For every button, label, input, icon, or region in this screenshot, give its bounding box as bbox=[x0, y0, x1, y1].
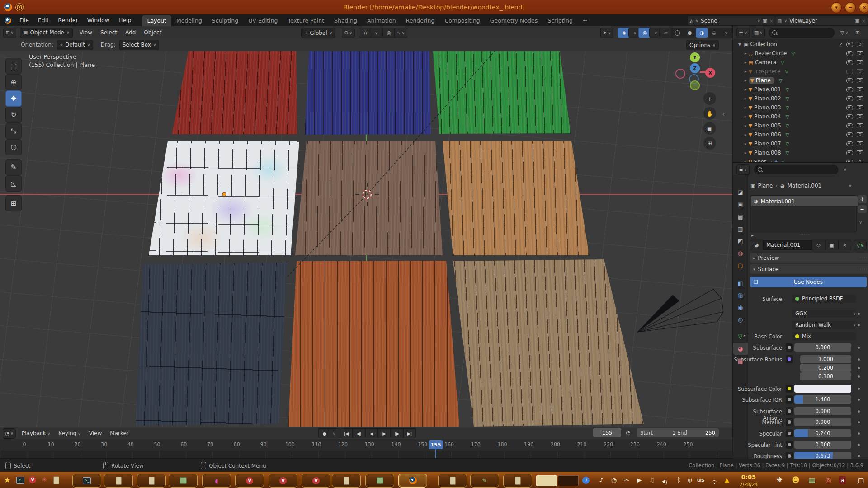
unlink-material-button[interactable]: × bbox=[838, 240, 851, 250]
taskbar-app-terminal[interactable]: >_ bbox=[72, 474, 101, 488]
eye-icon[interactable] bbox=[846, 132, 853, 137]
keyboard-layout-indicator[interactable]: us bbox=[695, 476, 706, 483]
eye-icon[interactable] bbox=[846, 150, 853, 155]
shading-solid-button[interactable]: ● bbox=[684, 28, 696, 38]
window-minimize-button[interactable]: − bbox=[845, 2, 856, 13]
fake-user-shield-button[interactable]: ◇ bbox=[812, 240, 825, 250]
animate-dot[interactable] bbox=[858, 324, 860, 326]
outliner-row-plane.008[interactable]: ▸▼Plane.008▽ bbox=[733, 148, 868, 157]
eye-icon[interactable] bbox=[846, 105, 853, 110]
menu-edit[interactable]: Edit bbox=[33, 14, 53, 26]
viewlayer-selector[interactable]: ▥∨ ViewLayer ▣ × bbox=[775, 16, 868, 26]
options-dropdown[interactable]: Options∨ bbox=[686, 40, 719, 50]
frame-start-field[interactable]: Start1 bbox=[637, 428, 679, 437]
taskbar-app-file-manager[interactable] bbox=[104, 474, 133, 488]
menu-file[interactable]: File bbox=[15, 14, 33, 26]
disclosure-triangle[interactable]: ▸ bbox=[745, 160, 747, 163]
eye-icon[interactable] bbox=[846, 123, 853, 128]
outliner-display-mode-button[interactable]: ▥∨ bbox=[752, 28, 765, 38]
new-collection-button[interactable]: ⊞ bbox=[851, 28, 863, 38]
vlc-launcher-icon[interactable]: V bbox=[29, 476, 36, 483]
disclosure-triangle[interactable]: ▸ bbox=[745, 69, 747, 74]
prop-field-subsurface[interactable]: 0.000 bbox=[794, 343, 851, 352]
prop-expander-base-color[interactable]: ▸ bbox=[744, 333, 746, 338]
tab-animation[interactable]: Animation bbox=[362, 15, 401, 26]
terminal-launcher-icon[interactable]: >_ bbox=[16, 477, 24, 484]
shading-material-preview-button[interactable]: ◑ bbox=[696, 28, 708, 38]
rotate-tool[interactable]: ↻ bbox=[5, 107, 22, 123]
prop-dropdown-random-walk[interactable]: Random Walk∨ bbox=[792, 321, 856, 329]
timeline-track[interactable] bbox=[0, 451, 732, 459]
prev-keyframe-button[interactable]: ◀| bbox=[353, 428, 365, 438]
render-visibility-icon[interactable] bbox=[857, 51, 863, 56]
copy-material-button[interactable]: ▣ bbox=[825, 240, 838, 250]
workspace-pager-2[interactable] bbox=[558, 475, 579, 486]
jump-start-button[interactable]: |◀ bbox=[340, 428, 353, 438]
surface-section-header[interactable]: ▾Surface····· bbox=[750, 264, 868, 274]
move-tool[interactable]: ✥ bbox=[5, 90, 22, 107]
tab-world[interactable]: ◍ bbox=[733, 247, 748, 259]
animate-dot[interactable] bbox=[858, 358, 860, 361]
gizmo-y-axis[interactable]: Y bbox=[690, 52, 700, 62]
disclosure-triangle[interactable]: ▸ bbox=[745, 150, 747, 155]
animate-dot[interactable] bbox=[858, 399, 860, 401]
drag-mode-dropdown[interactable]: Select Box∨ bbox=[119, 40, 160, 50]
eye-icon[interactable] bbox=[846, 60, 853, 65]
timeline-menu-marker[interactable]: Marker bbox=[106, 427, 132, 440]
editor-type-button[interactable]: ⊞∨ bbox=[3, 28, 16, 38]
render-visibility-icon[interactable] bbox=[857, 105, 863, 110]
tab-object[interactable]: ▢ bbox=[733, 259, 748, 272]
tab-shading[interactable]: Shading bbox=[329, 15, 362, 26]
outliner-row-collection[interactable]: ▼▣Collection✓ bbox=[733, 40, 868, 49]
window-box-icon[interactable]: ▢ bbox=[855, 476, 866, 484]
book-icon[interactable]: a bbox=[839, 476, 846, 484]
outliner-editor-type-button[interactable]: ☰∨ bbox=[736, 28, 750, 38]
checkbox-icon[interactable]: ✓ bbox=[839, 42, 843, 47]
menu-window[interactable]: Window bbox=[83, 14, 114, 26]
scene-selector[interactable]: ◭∨ Scene ⌖ ▣ × bbox=[687, 16, 776, 26]
tab-compositing[interactable]: Compositing bbox=[439, 15, 485, 26]
disclosure-triangle[interactable]: ▸ bbox=[745, 114, 747, 119]
current-frame-field[interactable]: 155 bbox=[593, 428, 621, 437]
prop-field-subsurface-radius-1[interactable]: 0.200 bbox=[800, 364, 851, 372]
volume-icon[interactable]: ) bbox=[659, 478, 670, 485]
taskbar-app-vlc[interactable]: V bbox=[302, 474, 330, 488]
slot-list-expander[interactable]: ▸ bbox=[751, 233, 754, 238]
prop-field-subsurface-aniso-[interactable]: 0.000 bbox=[794, 407, 851, 415]
pin-icon[interactable]: ⌖ bbox=[757, 18, 760, 24]
gizmo-z-axis[interactable]: Z bbox=[690, 63, 700, 73]
tab-rendering[interactable]: Rendering bbox=[401, 15, 440, 26]
remove-material-slot-button[interactable]: − bbox=[858, 205, 867, 213]
outliner-row-plane.007[interactable]: ▸▼Plane.007▽ bbox=[733, 139, 868, 148]
use-nodes-button[interactable]: ❒Use Nodes bbox=[750, 277, 867, 287]
camera-view-button[interactable]: ▣ bbox=[703, 122, 716, 135]
workspace-pager-1[interactable] bbox=[536, 475, 557, 486]
select-box-tool[interactable]: ⬚ bbox=[5, 58, 22, 74]
music-tray-icon[interactable]: ♪ bbox=[596, 476, 607, 483]
clock-date[interactable]: 2/28/24 bbox=[734, 481, 763, 488]
eye-icon[interactable] bbox=[846, 42, 853, 47]
darts-icon[interactable]: ◎ bbox=[823, 476, 834, 484]
gizmo-neg-y-axis[interactable] bbox=[690, 80, 700, 90]
frame-end-field[interactable]: End250 bbox=[674, 428, 719, 437]
measure-tool[interactable]: ◺ bbox=[5, 175, 22, 192]
prop-dropdown-ggx[interactable]: GGX∨ bbox=[792, 310, 856, 318]
outliner-row-plane.003[interactable]: ▸▼Plane.003▽ bbox=[733, 103, 868, 112]
shading-rendered-button[interactable]: ◒ bbox=[708, 28, 720, 38]
render-visibility-icon[interactable] bbox=[857, 78, 863, 83]
outliner-row-beziercircle[interactable]: ▸◡BezierCircle▽ bbox=[733, 49, 868, 58]
outliner-row-spot[interactable]: ▸⚲Spotʒ◉◁ bbox=[733, 157, 868, 163]
render-visibility-icon[interactable] bbox=[857, 69, 863, 74]
render-visibility-icon[interactable] bbox=[857, 150, 863, 155]
taskbar-app-vlc[interactable]: V bbox=[235, 474, 264, 488]
outliner-row-plane.005[interactable]: ▸▼Plane.005▽ bbox=[733, 121, 868, 130]
plane-red[interactable] bbox=[172, 48, 297, 134]
render-visibility-icon[interactable] bbox=[857, 96, 863, 101]
gizmo-x-axis[interactable]: X bbox=[705, 68, 715, 78]
start-menu-star-icon[interactable]: ★ bbox=[2, 475, 13, 484]
animate-dot[interactable] bbox=[858, 367, 860, 369]
animate-dot[interactable] bbox=[858, 388, 860, 390]
eye-icon[interactable] bbox=[846, 96, 853, 101]
jump-end-button[interactable]: ▶| bbox=[403, 428, 416, 438]
calculator-icon[interactable]: ▦ bbox=[807, 476, 817, 484]
